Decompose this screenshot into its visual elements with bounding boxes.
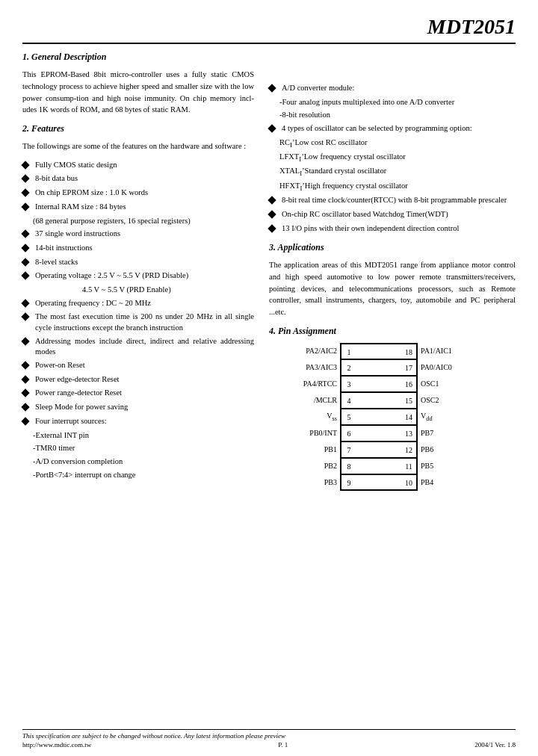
bullet-icon	[22, 202, 33, 214]
list-item-sub: RCI’Low cost RC oscillator	[269, 137, 516, 149]
feature-text: Internal RAM size : 84 bytes	[35, 202, 254, 213]
section1-title: 1. General Description	[22, 52, 254, 63]
pin-num-right: 15	[401, 392, 418, 409]
pin-center	[356, 409, 401, 425]
pin-center	[356, 441, 401, 458]
bullet-icon	[22, 188, 33, 199]
feature-text: 8-bit real time clock/counter(RTCC) with…	[282, 195, 516, 206]
list-item: On-chip RC oscillator based Watchdog Tim…	[269, 209, 516, 221]
pin-left-label: Vss	[273, 412, 340, 422]
pin-num-left: 1	[340, 343, 356, 359]
section2-title: 2. Features	[22, 123, 254, 134]
pin-row: PB3 9 10 PB4	[273, 474, 512, 491]
pin-row: /MCLR 4 15 OSC2	[273, 392, 512, 409]
pin-center	[356, 425, 401, 441]
feature-subtext: -8-bit resolution	[279, 110, 516, 121]
bullet-icon	[22, 161, 33, 172]
footer-disclaimer: This specification are subject to be cha…	[22, 732, 516, 740]
list-item: Sleep Mode for power saving	[22, 402, 254, 414]
list-item: The most fast execution time is 200 ns u…	[22, 312, 254, 333]
feature-text: 8-level stacks	[35, 257, 254, 268]
feature-subtext: -TMR0 timer	[33, 443, 254, 454]
pin-num-left: 9	[340, 474, 356, 491]
feature-text: Operating frequency : DC ~ 20 MHz	[35, 298, 254, 309]
feature-text: Power range-detector Reset	[35, 388, 254, 399]
pin-right-label: OSC1	[418, 379, 485, 388]
pin-right-label: PB6	[418, 445, 485, 453]
list-item: 14-bit instructions	[22, 243, 254, 255]
feature-subtext: LFXTI’Low frequency crystal oscillator	[279, 152, 516, 164]
section-general-description: 1. General Description This EPROM-Based …	[22, 52, 254, 116]
pin-right-label: PB7	[418, 429, 485, 437]
pin-num-right: 10	[401, 474, 418, 491]
feature-text: 4 types of oscillator can be selected by…	[282, 123, 516, 134]
pin-right-label: PB4	[418, 478, 485, 486]
bullet-icon	[22, 403, 33, 414]
pin-row: PB0/INT 6 13 PB7	[273, 425, 512, 441]
bullet-icon	[269, 84, 279, 95]
pin-left-label: PA2/AIC2	[273, 347, 340, 355]
document-title: MDT2051	[427, 15, 516, 39]
section-pin-assignment: 4. Pin Assignment PA2/AIC2 1 18 PA1/AIC1	[269, 326, 516, 491]
section-applications: 3. Applications The application areas of…	[269, 242, 516, 318]
feature-text: Operating voltage : 2.5 V ~ 5.5 V (PRD D…	[35, 270, 254, 282]
left-column: 1. General Description This EPROM-Based …	[22, 52, 254, 491]
list-item-sub: -8-bit resolution	[269, 110, 516, 121]
bullet-icon	[22, 337, 33, 348]
feature-text: On chip EPROM size : 1.0 K words	[35, 188, 254, 199]
feature-text: Four interrupt sources:	[35, 416, 254, 427]
feature-subtext: HFXTI’High frequency crystal oscillator	[279, 181, 516, 193]
list-item-sub: -PortB<7:4> interrupt on change	[22, 470, 254, 481]
feature-text: On-chip RC oscillator based Watchdog Tim…	[282, 209, 516, 220]
pin-num-right: 13	[401, 425, 418, 441]
pin-num-right: 12	[401, 441, 418, 458]
section-features: 2. Features The followings are some of t…	[22, 123, 254, 480]
pin-center	[356, 392, 401, 409]
list-item: A/D converter module:	[269, 83, 516, 95]
pin-num-right: 16	[401, 376, 418, 392]
bullet-icon	[22, 375, 33, 386]
list-item-sub: -Four analog inputs multiplexed into one…	[269, 97, 516, 108]
bullet-icon	[22, 244, 33, 255]
pin-row: Vss 5 14 Vdd	[273, 409, 512, 425]
pin-center	[356, 474, 401, 491]
list-item: Power range-detector Reset	[22, 388, 254, 400]
list-item: On chip EPROM size : 1.0 K words	[22, 188, 254, 199]
features-list: Fully CMOS static design 8-bit data bus …	[22, 160, 254, 481]
section2-intro: The followings are some of the features …	[22, 140, 254, 152]
pin-center	[356, 458, 401, 474]
pin-center	[356, 376, 401, 392]
feature-text: Fully CMOS static design	[35, 160, 254, 171]
pin-num-right: 17	[401, 359, 418, 376]
list-item: Fully CMOS static design	[22, 160, 254, 172]
pin-num-left: 5	[340, 409, 356, 425]
bullet-icon	[22, 299, 33, 310]
pin-left-label: PB0/INT	[273, 429, 340, 437]
list-item-sub: 4.5 V ~ 5.5 V (PRD Enable)	[22, 285, 254, 296]
feature-text: Addressing modes include direct, indirec…	[35, 336, 254, 358]
list-item: Addressing modes include direct, indirec…	[22, 336, 254, 358]
pin-center	[356, 359, 401, 376]
feature-subtext: RCI’Low cost RC oscillator	[279, 137, 516, 149]
list-item-sub: HFXTI’High frequency crystal oscillator	[269, 181, 516, 193]
feature-text: 37 single word instructions	[35, 229, 254, 240]
list-item: 13 I/O pins with their own independent d…	[269, 223, 516, 235]
section3-body: The application areas of this MDT2051 ra…	[269, 259, 516, 318]
right-features-list: A/D converter module: -Four analog input…	[269, 83, 516, 235]
feature-subtext: (68 general purpose registers, 16 specia…	[33, 216, 254, 227]
bullet-icon	[269, 210, 279, 221]
feature-text: 14-bit instructions	[35, 243, 254, 254]
pin-left-label: PA4/RTCC	[273, 379, 340, 388]
feature-text: Power-on Reset	[35, 360, 254, 371]
pin-num-left: 7	[340, 441, 356, 458]
pin-num-left: 2	[340, 359, 356, 376]
bullet-icon	[22, 361, 33, 372]
feature-text: A/D converter module:	[282, 83, 516, 94]
pin-table-container: PA2/AIC2 1 18 PA1/AIC1 PA3/AIC3 2 17	[269, 343, 516, 491]
pin-left-label: PA3/AIC3	[273, 363, 340, 371]
bullet-icon	[22, 258, 33, 269]
list-item: 4 types of oscillator can be selected by…	[269, 123, 516, 135]
footer-page: P. 1	[278, 741, 288, 749]
feature-subtext: 4.5 V ~ 5.5 V (PRD Enable)	[82, 285, 254, 296]
footer-bottom: http://www.mdtic.com.tw P. 1 2004/1 Ver.…	[22, 741, 516, 749]
